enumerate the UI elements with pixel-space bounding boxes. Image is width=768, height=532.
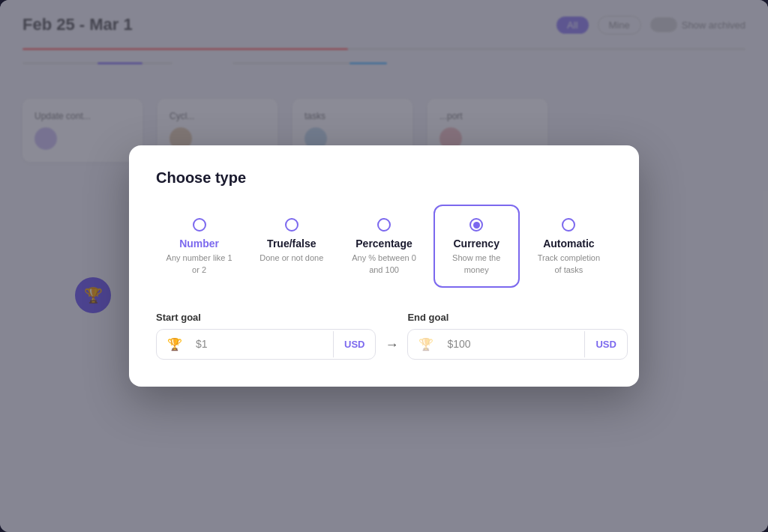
type-desc-truefalse: Done or not done [260,253,323,264]
radio-percentage [377,218,391,232]
end-goal-group: End goal 🏆 USD [407,312,627,360]
type-name-number: Number [179,238,219,250]
type-name-currency: Currency [453,238,499,250]
start-currency-label: USD [333,331,375,357]
type-option-automatic[interactable]: Automatic Track completion of tasks [526,205,612,288]
type-option-number[interactable]: Number Any number like 1 or 2 [156,205,242,288]
type-option-currency[interactable]: Currency Show me the money [434,205,520,288]
end-goal-input[interactable] [441,330,584,357]
type-option-truefalse[interactable]: True/false Done or not done [248,205,334,288]
type-option-percentage[interactable]: Percentage Any % between 0 and 100 [340,205,427,288]
type-name-automatic: Automatic [543,238,594,250]
type-desc-currency: Show me the money [442,253,511,276]
end-trophy-icon: 🏆 [408,330,441,359]
end-goal-input-wrapper: 🏆 USD [407,329,627,360]
radio-automatic [562,218,575,232]
type-desc-automatic: Track completion of tasks [535,253,603,276]
end-goal-label: End goal [407,312,627,323]
goal-row: Start goal 🏆 USD → End goal 🏆 USD [156,312,612,360]
start-trophy-icon: 🏆 [157,330,190,359]
type-desc-number: Any number like 1 or 2 [165,253,233,276]
radio-truefalse [285,218,298,232]
start-goal-label: Start goal [156,312,376,323]
type-desc-percentage: Any % between 0 and 100 [350,253,418,276]
type-name-percentage: Percentage [356,238,412,250]
start-goal-group: Start goal 🏆 USD [156,312,376,360]
radio-currency [470,218,483,232]
radio-number [193,218,206,232]
goal-arrow: → [385,337,398,353]
modal-title: Choose type [156,169,612,187]
start-goal-input-wrapper: 🏆 USD [156,329,376,360]
choose-type-modal: Choose type Number Any number like 1 or … [129,145,639,387]
end-currency-label: USD [584,331,626,357]
type-name-truefalse: True/false [267,238,316,250]
start-goal-input[interactable] [190,330,333,357]
type-options-row: Number Any number like 1 or 2 True/false… [156,205,612,288]
